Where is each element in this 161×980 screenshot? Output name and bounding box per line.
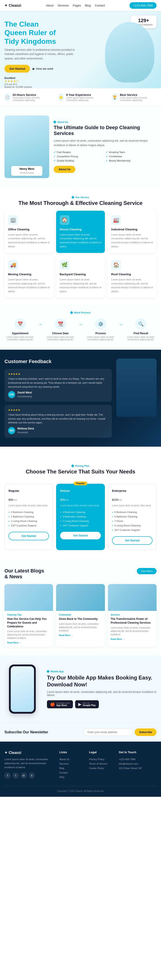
blog-excerpt-3: Lorem ipsum dolor sit amet, consectetur … [111, 626, 154, 636]
blog-excerpt-1: Lorem ipsum dolor sit amet, consectetur … [7, 630, 50, 640]
twitter-icon[interactable]: t [13, 772, 19, 779]
nav-about[interactable]: About [46, 4, 53, 7]
nav-contact[interactable]: Contact [95, 4, 105, 7]
nav-pages[interactable]: Pages [73, 4, 81, 7]
plan-features-regular: 2 Bedroom Cleaning 1 Bathroom Cleaning 1… [8, 510, 49, 528]
blog-image-3 [108, 584, 156, 611]
footer-grid: ✦ Cleanzi Lorem ipsum dolor sit amet, co… [5, 751, 156, 780]
footer-phone[interactable]: +123-456-7890 [119, 757, 156, 762]
read-more-2[interactable]: Read More → [59, 634, 102, 636]
plan-btn-enterprise[interactable]: Get Started [112, 536, 153, 545]
backyard-icon: 🌿 [60, 260, 70, 270]
footer-contact-list: +123-456-7890 info@cleanzi.com 123 Clean… [119, 757, 156, 770]
clock-icon: 🕐 [5, 93, 10, 101]
calendar-icon: 📆 [55, 318, 66, 329]
footer-brand: ✦ Cleanzi Lorem ipsum dolor sit amet, co… [5, 751, 55, 780]
blog-body-3: Services The Transformative Power of Pro… [108, 611, 156, 643]
person-name-badge: Henry West Housekeeping [11, 166, 43, 176]
about-section: Henry West Housekeeping About Us The Ult… [0, 107, 161, 187]
instagram-icon[interactable]: in [21, 772, 27, 779]
service-card-house: 🏠 House Cleaning Lorem ipsum dolor sit a… [56, 211, 105, 253]
diamond-icon [46, 670, 49, 673]
plan-btn-deluxe[interactable]: Get Started [60, 532, 100, 539]
hero-section: The Clean Queen Ruler of Tidy Kingdoms C… [0, 11, 161, 88]
footer-bottom: Copyright © 2024 Cleanzi. All Rights Res… [5, 786, 156, 792]
blog-category-1: Cleaning Tips [7, 614, 50, 616]
read-more-1[interactable]: Read More → [7, 641, 50, 644]
copyright-text: Copyright © 2024 Cleanzi. All Rights Res… [57, 790, 104, 792]
plan-desc-enterprise: Lorem ipsum dolor sit amet, dolor amet. [112, 504, 153, 507]
service-card-industrial: 🏭 Industrial Cleaning Lorem ipsum dolor … [108, 211, 156, 253]
footer-cookies[interactable]: Cookie Policy [89, 766, 114, 770]
blog-body-2: Community Gives Back to The Community Lo… [56, 611, 105, 639]
footer-legal-heading: Legal [89, 751, 114, 754]
footer-links-col: Links About Us Services Blog Contact FAQ [59, 751, 84, 780]
testimonials-heading: Customer Feedback [5, 359, 112, 364]
how-we-work-link[interactable]: ▶ How we work [33, 67, 53, 70]
footer-link-about[interactable]: About Us [59, 757, 84, 762]
apple-store-button[interactable]: 🍎 Download on the App Store [47, 700, 73, 708]
service-card-backyard: 🌿 Backyard Cleaning Lorem ipsum dolor si… [56, 256, 105, 298]
testimonial-2: ★★★★★ I have been thinking about hiring … [5, 405, 112, 438]
pricing-heading: Pricing Plan Choose The Service That Sui… [5, 456, 156, 479]
blog-image-2 [56, 584, 105, 611]
about-description: Lorem ipsum dolor sit amet, consectetur … [54, 138, 156, 148]
footer-link-services[interactable]: Services [59, 762, 84, 766]
footer-email[interactable]: info@cleanzi.com [119, 762, 156, 766]
nav-blog[interactable]: Blog [85, 4, 91, 7]
get-started-button[interactable]: Get Started [5, 65, 30, 73]
about-btn[interactable]: About Us [54, 166, 75, 173]
plan-btn-regular[interactable]: Get Started [8, 532, 49, 540]
nav-services[interactable]: Services [57, 4, 69, 7]
footer-link-faq[interactable]: FAQ [59, 775, 84, 780]
footer-links-heading: Links [59, 751, 84, 754]
rating-count: Based on 10,096 reviews [5, 86, 32, 88]
roof-icon: 🏠 [111, 260, 121, 270]
nav-phone-button[interactable]: +123-456-7890 [129, 2, 156, 9]
newsletter-heading: Subscribe Our Newsletter [5, 730, 48, 734]
phone-screen [11, 666, 34, 712]
read-more-3[interactable]: Read More → [111, 638, 154, 640]
hero-rating: Excellent ★★★★½ 4.5 out of 5 Based on 10… [5, 76, 81, 88]
services-grid: 🏢 Office Cleaning Lorem ipsum dolor sit … [0, 211, 161, 305]
feature-4: Confidential [106, 155, 156, 158]
industrial-icon: 🏭 [111, 215, 121, 225]
rating-score: 4.5 out of 5 [5, 83, 32, 86]
hero-description: Cleaning services refer to professional … [5, 48, 81, 61]
testimonials-person-fill [116, 359, 156, 417]
plan-price-enterprise: $159/mo [112, 494, 153, 503]
view-more-button[interactable]: View More [137, 568, 156, 574]
hero-headline: The Clean Queen Ruler of Tidy Kingdoms [5, 20, 81, 46]
feature-5: Quality Building [54, 159, 104, 162]
footer-privacy[interactable]: Privacy Policy [89, 757, 114, 762]
plan-name-deluxe: Deluxe [60, 489, 100, 492]
footer-link-contact[interactable]: Contact [59, 770, 84, 775]
feature-3: Competitive Pricing [54, 155, 104, 158]
linkedin-icon[interactable]: li [29, 772, 35, 779]
app-description: Lorem ipsum dolor sit amet, consectetur … [47, 690, 156, 697]
newsletter-email-input[interactable] [84, 729, 133, 736]
subscribe-button[interactable]: Subscribe [135, 729, 156, 736]
blog-category-2: Community [59, 614, 102, 616]
newsletter-section: Subscribe Our Newsletter Subscribe [0, 722, 161, 741]
social-icons: f t in li [5, 772, 55, 779]
stat-best-service: 🏆 Best Service Lorem ipsum dolor sit ame… [112, 93, 156, 102]
hero-person-image [105, 22, 154, 83]
app-download-buttons: 🍎 Download on the App Store ▶ Get it on … [47, 700, 156, 708]
blog-category-3: Services [111, 614, 154, 616]
plan-desc-regular: Lorem ipsum dolor sit amet, dolor amet. [8, 504, 49, 507]
office-icon: 🏢 [8, 215, 18, 225]
author-info-2: Melissa Dora Housewife [18, 427, 34, 434]
stars-1: ★★★★★ [8, 372, 108, 375]
logo-text: Cleanzi [9, 3, 21, 8]
blog-heading: Our Latest Blogs & News [5, 568, 44, 580]
brand-logo[interactable]: ✦ Cleanzi [5, 3, 21, 8]
google-play-button[interactable]: ▶ Get it on Google Play [75, 700, 99, 708]
facebook-icon[interactable]: f [5, 772, 11, 779]
footer-links-list: About Us Services Blog Contact FAQ [59, 757, 84, 780]
footer-terms[interactable]: Terms of Service [89, 762, 114, 766]
plan-name-regular: Regular [8, 489, 49, 492]
footer-link-blog[interactable]: Blog [59, 766, 84, 770]
services-heading: Our Service The Most Thorough & Effectiv… [0, 187, 161, 211]
price-period: /mo [13, 498, 17, 501]
